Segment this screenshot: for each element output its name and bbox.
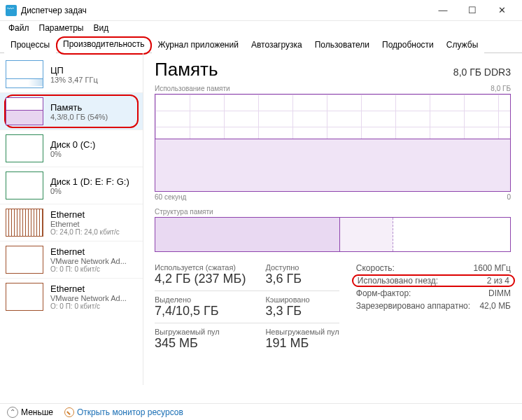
app-icon: [6, 5, 17, 16]
tab-processes[interactable]: Процессы: [4, 36, 56, 53]
disk0-thumb: [6, 134, 43, 162]
kv-slots-highlight: Использовано гнезд: 2 из 4: [352, 274, 515, 287]
chart-composition-label: Структура памяти: [155, 208, 213, 216]
tab-services[interactable]: Службы: [440, 36, 484, 53]
memory-spec: 8,0 ГБ DDR3: [453, 66, 511, 78]
stat-paged-value: 345 МБ: [155, 336, 246, 351]
stat-inuse-label: Используется (сжатая): [155, 263, 246, 272]
eth0-sub2: О: 24,0 П: 24,0 кбит/с: [50, 228, 120, 236]
stat-paged-label: Выгружаемый пул: [155, 328, 246, 336]
tab-performance[interactable]: Производительность: [56, 36, 151, 55]
open-resource-monitor-link[interactable]: Открыть монитор ресурсов: [64, 407, 183, 417]
menubar: Файл Параметры Вид: [0, 21, 522, 35]
disk1-sub: 0%: [50, 187, 129, 195]
kv-speed-k: Скорость:: [356, 263, 395, 273]
menu-file[interactable]: Файл: [4, 22, 34, 34]
eth0-sub: Ethernet: [50, 220, 120, 228]
tab-apphistory[interactable]: Журнал приложений: [152, 36, 245, 53]
kv-slots-v: 2 из 4: [487, 276, 509, 286]
tab-details[interactable]: Подробности: [376, 36, 440, 53]
chart-memory-usage: [155, 94, 511, 192]
sidebar-item-disk0[interactable]: Диск 0 (C:) 0%: [0, 130, 143, 167]
minimize-button[interactable]: —: [428, 1, 458, 20]
memory-thumb: [6, 97, 43, 125]
disk1-thumb: [6, 172, 43, 200]
sidebar-item-cpu[interactable]: ЦП 13% 3,47 ГГц: [0, 56, 143, 92]
stat-cached-value: 3,3 ГБ: [265, 304, 339, 318]
cpu-title: ЦП: [50, 65, 98, 76]
stat-avail-value: 3,6 ГБ: [265, 272, 339, 286]
eth2-title: Ethernet: [50, 284, 127, 294]
window-title: Диспетчер задач: [21, 6, 428, 15]
stat-nonpaged-value: 191 МБ: [265, 336, 339, 351]
titlebar: Диспетчер задач — ☐ ✕: [0, 0, 522, 21]
sidebar: ЦП 13% 3,47 ГГц Память 4,3/8,0 ГБ (54%) …: [0, 53, 143, 385]
menu-view[interactable]: Вид: [89, 22, 113, 34]
tabs: Процессы Производительность Журнал прило…: [0, 36, 522, 53]
sidebar-item-eth1[interactable]: Ethernet VMware Network Ad... О: 0 П: 0 …: [0, 241, 143, 278]
stat-nonpaged-label: Невыгружаемый пул: [265, 328, 339, 336]
menu-options[interactable]: Параметры: [35, 22, 88, 34]
tab-startup[interactable]: Автозагрузка: [245, 36, 309, 53]
sidebar-item-disk1[interactable]: Диск 1 (D: E: F: G:) 0%: [0, 167, 143, 204]
chart-usage-label: Использование памяти: [155, 85, 230, 92]
sidebar-item-eth0[interactable]: Ethernet Ethernet О: 24,0 П: 24,0 кбит/с: [0, 204, 143, 241]
stat-inuse-value: 4,2 ГБ (237 МБ): [155, 272, 246, 286]
memory-title: Память: [50, 102, 108, 113]
main-panel: Память 8,0 ГБ DDR3 Использование памяти …: [143, 53, 522, 385]
page-title: Память: [155, 59, 218, 80]
chart-axis-left: 60 секунд: [155, 193, 186, 201]
chevron-up-icon: ⌃: [7, 407, 18, 418]
eth0-title: Ethernet: [50, 209, 120, 220]
eth1-sub: VMware Network Ad...: [50, 257, 127, 265]
sidebar-item-memory[interactable]: Память 4,3/8,0 ГБ (54%): [0, 92, 143, 130]
eth2-sub: VMware Network Ad...: [50, 294, 127, 302]
stat-avail-label: Доступно: [265, 263, 339, 272]
kv-hw-v: 42,0 МБ: [479, 301, 511, 311]
resmon-icon: [64, 407, 74, 417]
kv-speed-v: 1600 МГц: [474, 263, 511, 273]
kv-form-k: Форм-фактор:: [356, 288, 411, 298]
close-button[interactable]: ✕: [487, 1, 516, 20]
resmon-label: Открыть монитор ресурсов: [77, 407, 183, 417]
eth1-sub2: О: 0 П: 0 кбит/с: [50, 265, 127, 273]
stat-committed-label: Выделено: [155, 295, 246, 304]
chart-axis-right: 0: [507, 193, 511, 201]
stat-cached-label: Кэшировано: [265, 295, 339, 304]
eth2-sub2: О: 0 П: 0 кбит/с: [50, 302, 127, 310]
eth1-title: Ethernet: [50, 246, 127, 257]
tab-users[interactable]: Пользователи: [309, 36, 376, 53]
sidebar-item-eth2[interactable]: Ethernet VMware Network Ad... О: 0 П: 0 …: [0, 278, 143, 315]
eth0-thumb: [6, 209, 43, 237]
fewer-details-button[interactable]: ⌃ Меньше: [7, 407, 53, 418]
disk0-title: Диск 0 (C:): [50, 139, 95, 150]
disk0-sub: 0%: [50, 150, 95, 158]
kv-hw-k: Зарезервировано аппаратно:: [356, 301, 470, 311]
maximize-button[interactable]: ☐: [458, 1, 487, 20]
eth1-thumb: [6, 246, 43, 274]
kv-form-v: DIMM: [488, 288, 511, 298]
body: ЦП 13% 3,47 ГГц Память 4,3/8,0 ГБ (54%) …: [0, 53, 522, 385]
chart-memory-composition: [155, 217, 511, 252]
stats: Используется (сжатая) 4,2 ГБ (237 МБ) До…: [155, 263, 511, 351]
stat-committed-value: 7,4/10,5 ГБ: [155, 304, 246, 318]
cpu-thumb: [6, 60, 43, 88]
eth2-thumb: [6, 283, 43, 311]
memory-sub: 4,3/8,0 ГБ (54%): [50, 113, 108, 121]
fewer-label: Меньше: [21, 407, 53, 417]
footer: ⌃ Меньше Открыть монитор ресурсов: [0, 403, 522, 420]
chart-usage-max: 8,0 ГБ: [491, 85, 511, 92]
disk1-title: Диск 1 (D: E: F: G:): [50, 176, 129, 187]
kv-slots-k: Использовано гнезд:: [358, 276, 438, 286]
cpu-sub: 13% 3,47 ГГц: [50, 76, 98, 84]
